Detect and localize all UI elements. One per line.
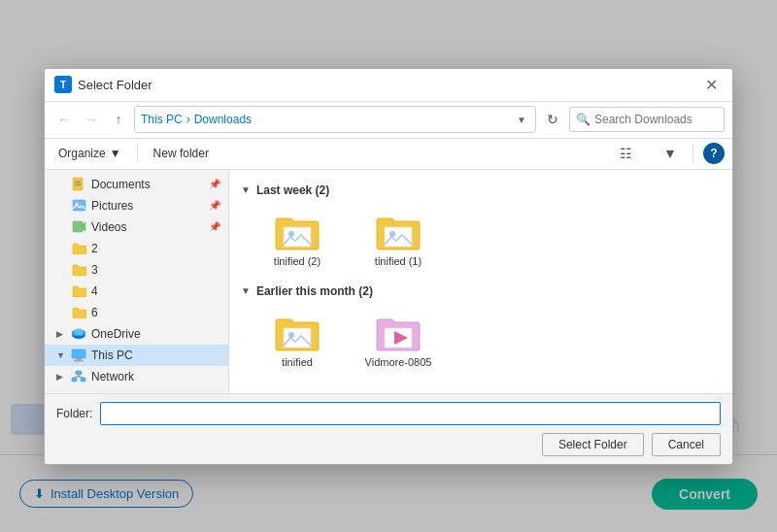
folder6-icon [71, 305, 86, 320]
folder-icon [274, 312, 321, 352]
pictures-icon [71, 198, 86, 214]
help-label: ? [710, 147, 717, 160]
onedrive-label: OneDrive [91, 327, 141, 341]
file-name: tinified (2) [274, 255, 321, 267]
search-input[interactable] [594, 113, 711, 126]
videos-label: Videos [91, 220, 126, 234]
list-item[interactable]: Vidmore-0805 [350, 306, 447, 374]
file-grid-last-week: tinified (2) tinified (1) [241, 205, 721, 273]
folder4-label: 4 [91, 284, 98, 298]
dialog-titlebar: T Select Folder ✕ [45, 69, 732, 102]
svg-line-22 [75, 376, 80, 378]
sidebar-item-pictures[interactable]: Pictures 📌 [45, 195, 228, 216]
folder-icon [375, 312, 422, 352]
network-icon [71, 369, 86, 384]
folder3-icon [71, 262, 86, 278]
pin-icon: 📌 [209, 179, 220, 189]
svg-rect-20 [81, 378, 85, 382]
navigation-bar: ← → ↑ This PC › Downloads ▼ ↻ 🔍 [45, 102, 732, 139]
sidebar-item-thispc[interactable]: ▼ This PC [45, 345, 228, 366]
sidebar-item-folder3[interactable]: 3 [45, 259, 228, 281]
svg-marker-10 [83, 222, 85, 231]
select-folder-label: Select Folder [558, 438, 627, 451]
view-dropdown-button[interactable]: ▼ [658, 141, 683, 166]
folder-label: Folder: [56, 407, 92, 420]
expand-icon: ▶ [56, 329, 66, 339]
path-bar: This PC › Downloads ▼ [134, 106, 536, 133]
sidebar-item-videos[interactable]: Videos 📌 [45, 216, 228, 238]
dialog-main: Documents 📌 Pictures 📌 [45, 170, 732, 393]
svg-point-27 [389, 231, 395, 237]
dialog-overlay: T Select Folder ✕ ← → ↑ This PC › Downlo… [0, 0, 777, 532]
network-label: Network [91, 370, 134, 383]
new-folder-button[interactable]: New folder [148, 145, 215, 162]
thispc-icon [71, 348, 86, 363]
help-button[interactable]: ? [703, 143, 725, 164]
file-name: tinified [282, 356, 313, 368]
pin-icon-pictures: 📌 [209, 200, 220, 211]
folder-icon [375, 211, 422, 251]
list-item[interactable]: tinified (1) [350, 205, 447, 273]
sidebar-item-onedrive[interactable]: ▶ OneDrive [45, 323, 228, 345]
svg-rect-18 [76, 371, 82, 375]
group-header-earlier-month: ▼ Earlier this month (2) [241, 284, 721, 298]
videos-icon [71, 219, 86, 235]
sidebar-item-folder6[interactable]: 6 [45, 302, 228, 323]
organize-button[interactable]: Organize ▼ [52, 145, 127, 162]
documents-label: Documents [91, 178, 151, 191]
svg-rect-16 [76, 358, 82, 360]
svg-rect-26 [385, 227, 412, 247]
svg-line-23 [79, 376, 84, 378]
svg-rect-9 [73, 221, 83, 232]
path-segment-downloads[interactable]: Downloads [194, 113, 252, 126]
folder-input-row: Folder: [56, 402, 721, 425]
view-button[interactable]: ☷ [613, 141, 638, 166]
list-item[interactable]: tinified (2) [249, 205, 346, 273]
toolbar-separator-2 [693, 145, 693, 162]
search-box: 🔍 [569, 107, 725, 132]
file-name: tinified (1) [375, 255, 422, 267]
list-item[interactable]: tinified [249, 306, 346, 374]
dialog-actions: Select Folder Cancel [56, 433, 721, 456]
sidebar: Documents 📌 Pictures 📌 [45, 170, 229, 393]
refresh-button[interactable]: ↻ [540, 107, 565, 132]
svg-rect-17 [74, 360, 84, 362]
documents-icon [71, 177, 86, 192]
select-folder-dialog: T Select Folder ✕ ← → ↑ This PC › Downlo… [44, 68, 733, 465]
sidebar-item-folder2[interactable]: 2 [45, 238, 228, 259]
cancel-label: Cancel [668, 438, 704, 451]
app-icon: T [54, 76, 72, 93]
path-dropdown-button[interactable]: ▼ [514, 112, 529, 127]
svg-point-29 [288, 332, 294, 338]
dialog-title-left: T Select Folder [54, 76, 152, 93]
folder4-icon [71, 283, 86, 299]
folder2-label: 2 [91, 242, 98, 255]
up-button[interactable]: ↑ [107, 108, 130, 131]
pin-icon-videos: 📌 [209, 221, 220, 232]
new-folder-label: New folder [153, 147, 209, 160]
file-name: Vidmore-0805 [365, 356, 432, 368]
group-chevron: ▼ [241, 285, 251, 296]
svg-rect-7 [73, 200, 85, 211]
forward-button[interactable]: → [80, 108, 103, 131]
folder2-icon [71, 241, 86, 256]
sidebar-item-documents[interactable]: Documents 📌 [45, 174, 228, 195]
close-button[interactable]: ✕ [699, 73, 723, 96]
sidebar-item-folder4[interactable]: 4 [45, 281, 228, 302]
thispc-label: This PC [91, 349, 133, 362]
folder-input[interactable] [100, 402, 721, 425]
sidebar-item-network[interactable]: ▶ Network [45, 366, 228, 387]
expand-icon: ▼ [56, 350, 66, 360]
svg-rect-15 [72, 349, 85, 358]
path-separator: › [186, 113, 190, 126]
organize-chevron-icon: ▼ [110, 147, 121, 160]
back-button[interactable]: ← [52, 108, 76, 131]
select-folder-button[interactable]: Select Folder [542, 433, 644, 456]
group-label-earlier-month: Earlier this month (2) [256, 284, 373, 298]
dialog-toolbar: Organize ▼ New folder ☷ ▼ ? [45, 139, 732, 170]
cancel-button[interactable]: Cancel [652, 433, 721, 456]
path-segment-thispc[interactable]: This PC [141, 113, 183, 126]
pictures-label: Pictures [91, 199, 133, 213]
file-area: ▼ Last week (2) tinified (2) [229, 170, 732, 393]
expand-icon: ▶ [56, 372, 66, 382]
